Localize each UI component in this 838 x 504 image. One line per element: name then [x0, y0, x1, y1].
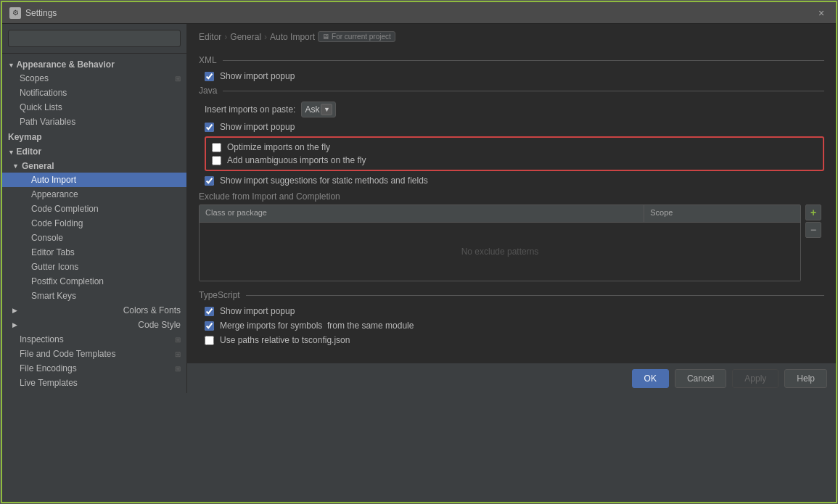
sidebar-item-live-templates[interactable]: Live Templates [2, 376, 186, 390]
table-header: Class or package Scope [200, 205, 800, 223]
optimize-imports-label: Optimize imports on the fly [227, 142, 330, 152]
sidebar-item-colors-fonts[interactable]: ▶ Colors & Fonts [2, 303, 186, 318]
table-actions: + − [805, 205, 821, 238]
breadcrumb-editor: Editor [199, 32, 221, 42]
sep2: › [264, 32, 267, 42]
project-tag-icon: 🖥 [322, 33, 329, 41]
sidebar: Appearance & Behavior Scopes ⊞ Notificat… [2, 24, 187, 393]
exclude-section: Exclude from Import and Completion Class… [199, 191, 824, 281]
sidebar-item-code-folding[interactable]: Code Folding [2, 216, 186, 231]
sidebar-item-file-code-templates[interactable]: File and Code Templates ⊞ [2, 347, 186, 361]
breadcrumb: Editor › General › Auto Import 🖥 For cur… [187, 24, 836, 46]
titlebar: ⚙ Settings × [2, 2, 836, 24]
content-area: Editor › General › Auto Import 🖥 For cur… [187, 24, 836, 393]
use-paths-label: Use paths relative to tsconfig.json [220, 335, 350, 345]
file-encodings-icon: ⊞ [175, 365, 181, 373]
sidebar-item-gutter-icons[interactable]: Gutter Icons [2, 260, 186, 274]
general-arrow: ▼ [12, 162, 19, 170]
sidebar-item-file-encodings[interactable]: File Encodings ⊞ [2, 361, 186, 376]
remove-pattern-button[interactable]: − [805, 222, 821, 238]
ts-show-import-checkbox[interactable] [205, 307, 214, 316]
highlight-box: Optimize imports on the fly Add unambigu… [205, 136, 824, 171]
dropdown-arrow-icon: ▼ [321, 104, 332, 115]
sidebar-item-postfix-completion[interactable]: Postfix Completion [2, 274, 186, 289]
sep1: › [224, 32, 227, 42]
main-area: Appearance & Behavior Scopes ⊞ Notificat… [2, 24, 836, 393]
insert-imports-row: Insert imports on paste: Ask ▼ [199, 102, 824, 117]
add-unambiguous-checkbox[interactable] [212, 156, 221, 165]
insert-imports-label: Insert imports on paste: [205, 104, 295, 115]
sidebar-item-scopes[interactable]: Scopes ⊞ [2, 71, 186, 86]
xml-show-import-label: Show import popup [220, 71, 295, 81]
sidebar-item-console[interactable]: Console [2, 231, 186, 245]
sidebar-item-auto-import[interactable]: Auto Import [2, 173, 186, 187]
no-patterns-text: No exclude patterns [461, 247, 539, 257]
xml-section-header: XML [199, 55, 824, 65]
cancel-button[interactable]: Cancel [675, 369, 726, 388]
java-show-import-label: Show import popup [220, 122, 295, 132]
add-pattern-button[interactable]: + [805, 205, 821, 220]
exclude-table: Class or package Scope No exclude patter… [199, 205, 801, 281]
sidebar-item-quick-lists[interactable]: Quick Lists [2, 100, 186, 115]
java-section-header: Java [199, 86, 824, 96]
use-paths-checkbox[interactable] [205, 336, 214, 345]
window-border: ⚙ Settings × Appearance & Behavior Scope… [1, 1, 837, 503]
sidebar-item-appearance-behavior[interactable]: Appearance & Behavior [2, 57, 186, 71]
close-button[interactable]: × [814, 6, 829, 20]
search-box [2, 24, 186, 54]
show-suggestions-label: Show import suggestions for static metho… [220, 175, 428, 186]
breadcrumb-auto-import: Auto Import [270, 32, 315, 42]
tree: Appearance & Behavior Scopes ⊞ Notificat… [2, 54, 186, 393]
sidebar-item-appearance[interactable]: Appearance [2, 187, 186, 202]
xml-show-import-checkbox[interactable] [205, 72, 214, 81]
scopes-icon: ⊞ [175, 75, 181, 83]
table-container: Class or package Scope No exclude patter… [199, 205, 801, 281]
colors-arrow: ▶ [12, 307, 17, 314]
java-show-import-row: Show import popup [199, 122, 824, 132]
col-class-header: Class or package [200, 205, 644, 222]
sidebar-item-notifications[interactable]: Notifications [2, 86, 186, 100]
bottom-bar: OK Cancel Apply Help [187, 363, 836, 393]
search-input[interactable] [8, 30, 181, 47]
exclude-label: Exclude from Import and Completion [199, 191, 824, 202]
java-show-import-checkbox[interactable] [205, 123, 214, 132]
optimize-imports-checkbox[interactable] [212, 143, 221, 152]
code-style-arrow: ▶ [12, 321, 17, 329]
breadcrumb-general: General [230, 32, 261, 42]
scrollable-content: XML Show import popup Java Insert import… [187, 46, 836, 363]
ts-show-import-label: Show import popup [220, 306, 295, 316]
sidebar-item-smart-keys[interactable]: Smart Keys [2, 289, 186, 303]
merge-imports-label: Merge imports for symbols from the same … [220, 321, 414, 331]
sidebar-item-inspections[interactable]: Inspections ⊞ [2, 332, 186, 347]
sidebar-item-editor[interactable]: Editor [2, 144, 186, 158]
sidebar-item-path-variables[interactable]: Path Variables [2, 115, 186, 129]
sidebar-item-editor-tabs[interactable]: Editor Tabs [2, 245, 186, 260]
typescript-section-header: TypeScript [199, 290, 824, 300]
table-body: No exclude patterns [200, 223, 800, 281]
project-tag: 🖥 For current project [318, 31, 395, 42]
help-button[interactable]: Help [784, 369, 827, 388]
merge-imports-checkbox[interactable] [205, 321, 214, 331]
insert-imports-select[interactable]: Ask ▼ [301, 102, 336, 117]
sidebar-item-code-style[interactable]: ▶ Code Style [2, 318, 186, 332]
col-scope-header: Scope [644, 205, 800, 222]
optimize-imports-row: Optimize imports on the fly [212, 142, 817, 152]
use-paths-row: Use paths relative to tsconfig.json [199, 335, 824, 345]
xml-show-import-row: Show import popup [199, 71, 824, 81]
app-icon: ⚙ [9, 7, 21, 19]
sidebar-item-code-completion[interactable]: Code Completion [2, 202, 186, 216]
apply-button[interactable]: Apply [732, 369, 779, 388]
settings-window: ⚙ Settings × Appearance & Behavior Scope… [0, 0, 838, 504]
add-unambiguous-label: Add unambiguous imports on the fly [227, 155, 366, 165]
show-suggestions-checkbox[interactable] [205, 176, 214, 186]
ok-button[interactable]: OK [632, 369, 669, 388]
inspections-icon: ⊞ [175, 336, 181, 344]
sidebar-item-general[interactable]: ▼ General [2, 158, 186, 173]
insert-imports-value: Ask [305, 104, 319, 115]
merge-imports-row: Merge imports for symbols from the same … [199, 321, 824, 331]
sidebar-item-keymap[interactable]: Keymap [2, 129, 186, 144]
add-unambiguous-row: Add unambiguous imports on the fly [212, 155, 817, 165]
file-code-templates-icon: ⊞ [175, 350, 181, 358]
ts-show-import-row: Show import popup [199, 306, 824, 316]
window-title: Settings [25, 8, 814, 18]
